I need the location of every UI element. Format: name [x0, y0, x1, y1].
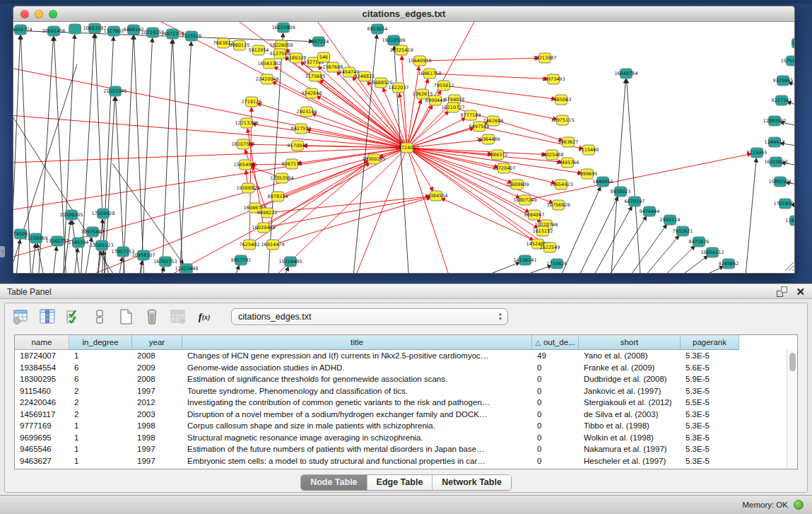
table-selector-dropdown[interactable]: citations_edges.txt ▲▼: [231, 308, 508, 325]
graph-node[interactable]: [69, 24, 81, 34]
table-row[interactable]: 1938455462009Genome-wide association stu…: [15, 362, 797, 374]
table-cell[interactable]: 22420046: [15, 397, 69, 409]
table-cell[interactable]: 0: [532, 432, 579, 444]
table-cell[interactable]: 2009: [132, 362, 182, 374]
table-cell[interactable]: 5.3E-5: [681, 420, 739, 432]
table-cell[interactable]: 0: [532, 385, 579, 397]
table-row[interactable]: 946554611997Estimation of the future num…: [15, 443, 797, 455]
panel-collapse-handle[interactable]: ›: [0, 246, 5, 257]
table-cell[interactable]: 5.3E-5: [681, 350, 739, 362]
table-cell[interactable]: 5.3E-5: [681, 455, 739, 467]
table-cell[interactable]: 1997: [132, 455, 182, 467]
table-cell[interactable]: 5.3E-5: [681, 443, 739, 455]
table-cell[interactable]: 9465546: [15, 443, 69, 455]
table-cell[interactable]: 0: [532, 443, 579, 455]
table-cell[interactable]: 1997: [132, 443, 182, 455]
table-row[interactable]: 1872400712008Changes of HCN gene express…: [15, 350, 797, 362]
table-cell[interactable]: 2003: [132, 409, 182, 421]
column-header-year[interactable]: year: [132, 335, 182, 350]
table-cell[interactable]: Estimation of significance thresholds fo…: [182, 373, 532, 385]
table-settings-icon[interactable]: [12, 308, 30, 326]
table-cell[interactable]: 9115460: [15, 385, 69, 397]
table-cell[interactable]: 1: [69, 443, 132, 455]
table-cell[interactable]: 1: [69, 350, 132, 362]
tab-network-table[interactable]: Network Table: [433, 475, 511, 490]
table-cell[interactable]: Franke et al. (2009): [579, 362, 681, 374]
column-header-in_degree[interactable]: in_degree: [69, 335, 132, 350]
table-cell[interactable]: 49: [532, 350, 579, 362]
table-cell[interactable]: 0: [532, 397, 579, 409]
column-header-name[interactable]: name: [15, 335, 69, 350]
vertical-scrollbar[interactable]: [787, 350, 797, 469]
select-columns-icon[interactable]: [64, 308, 83, 326]
table-cell[interactable]: 1: [69, 432, 132, 444]
table-cell[interactable]: Jankovic et al. (1997): [579, 385, 681, 397]
table-cell[interactable]: Genome-wide association studies in ADHD.: [182, 362, 532, 374]
row-options-icon[interactable]: [90, 308, 109, 326]
table-cell[interactable]: 1: [69, 420, 132, 432]
graph-nodes[interactable]: 2405572420691406106532871527602846616010…: [13, 23, 795, 274]
network-canvas[interactable]: 2405572420691406106532871527602846616010…: [13, 22, 795, 274]
column-header-short[interactable]: short: [579, 335, 681, 350]
column-visibility-icon[interactable]: [38, 308, 57, 326]
delete-trash-icon[interactable]: [143, 308, 161, 326]
table-cell[interactable]: Yano et al. (2008): [579, 350, 681, 362]
table-cell[interactable]: Changes of HCN gene expression and I(f) …: [182, 350, 532, 362]
network-window-titlebar[interactable]: citations_edges.txt: [13, 6, 794, 22]
table-cell[interactable]: 1998: [132, 420, 182, 432]
function-builder-icon[interactable]: f(x): [195, 308, 213, 326]
table-cell[interactable]: 1997: [132, 385, 182, 397]
network-window[interactable]: citations_edges.txt 24055724206914061065…: [13, 6, 795, 274]
table-row[interactable]: 977716911998Corpus callosum shape and si…: [15, 420, 797, 432]
table-cell[interactable]: 9463627: [15, 455, 69, 467]
table-cell[interactable]: Structural magnetic resonance image aver…: [182, 432, 532, 444]
table-cell[interactable]: 0: [532, 362, 579, 374]
table-cell[interactable]: 2: [69, 397, 132, 409]
table-cell[interactable]: Disruption of a novel member of a sodium…: [182, 409, 532, 421]
table-row[interactable]: 2242004622012Investigating the contribut…: [15, 397, 797, 409]
table-cell[interactable]: 9699695: [15, 432, 69, 444]
close-icon[interactable]: ✕: [796, 286, 805, 297]
table-row[interactable]: 946362711997Embryonic stem cells: a mode…: [15, 455, 797, 467]
table-cell[interactable]: 5.3E-5: [681, 385, 739, 397]
tab-edge-table[interactable]: Edge Table: [367, 475, 433, 490]
table-cell[interactable]: 1998: [132, 432, 182, 444]
table-cell[interactable]: 18724007: [15, 350, 69, 362]
table-cell[interactable]: 2008: [132, 373, 182, 385]
table-cell[interactable]: Embryonic stem cells: a model to study s…: [182, 455, 532, 467]
table-row[interactable]: 1830029562008Estimation of significance …: [15, 373, 797, 385]
table-cell[interactable]: 5.3E-5: [681, 432, 739, 444]
table-cell[interactable]: 5.3E-5: [681, 409, 739, 421]
table-cell[interactable]: 5.9E-5: [681, 373, 739, 385]
table-cell[interactable]: Investigating the contribution of common…: [182, 397, 532, 409]
resize-grip-icon[interactable]: [785, 262, 794, 271]
table-cell[interactable]: 9777169: [15, 420, 69, 432]
table-cell[interactable]: 6: [69, 373, 132, 385]
table-cell[interactable]: Corpus callosum shape and size in male p…: [182, 420, 532, 432]
float-window-icon[interactable]: [777, 286, 787, 297]
table-cell[interactable]: 0: [532, 420, 579, 432]
table-row[interactable]: 911546021997Tourette syndrome. Phenomeno…: [15, 385, 797, 397]
column-header-out_de[interactable]: △out_de...: [532, 335, 579, 350]
table-cell[interactable]: Wolkin et al. (1998): [579, 432, 681, 444]
table-cell[interactable]: Dudbridge et al. (2008): [579, 373, 681, 385]
table-cell[interactable]: 0: [532, 409, 579, 421]
tab-node-table[interactable]: Node Table: [301, 475, 367, 490]
table-cell[interactable]: 0: [532, 455, 579, 467]
table-cell[interactable]: Stergiakouli et al. (2012): [579, 397, 681, 409]
table-cell[interactable]: 2: [69, 409, 132, 421]
table-cell[interactable]: Estimation of the future numbers of pati…: [182, 443, 532, 455]
table-cell[interactable]: 18300295: [15, 373, 69, 385]
table-cell[interactable]: 0: [532, 373, 579, 385]
column-header-title[interactable]: title: [182, 335, 532, 350]
table-cell[interactable]: Nakamura et al. (1997): [579, 443, 681, 455]
table-cell[interactable]: 2008: [132, 350, 182, 362]
table-cell[interactable]: 14569117: [15, 409, 69, 421]
table-cell[interactable]: de Silva et al. (2003): [579, 409, 681, 421]
column-header-pagerank[interactable]: pagerank: [681, 335, 739, 350]
table-cell[interactable]: 1: [69, 455, 132, 467]
table-cell[interactable]: Tibbo et al. (1998): [579, 420, 681, 432]
table-cell[interactable]: Hescheler et al. (1997): [579, 455, 681, 467]
table-row[interactable]: 1456911722003Disruption of a novel membe…: [15, 409, 797, 421]
table-row[interactable]: 969969511998Structural magnetic resonanc…: [15, 432, 797, 444]
